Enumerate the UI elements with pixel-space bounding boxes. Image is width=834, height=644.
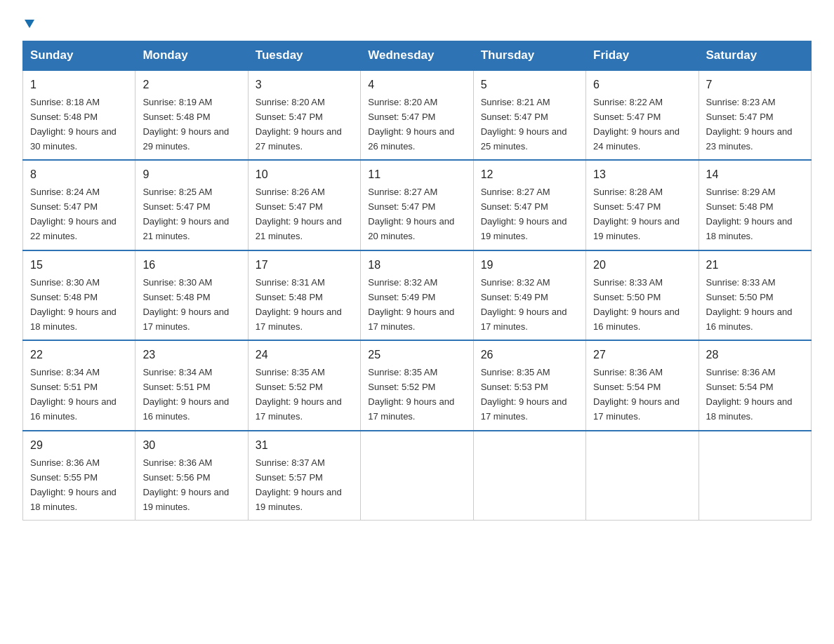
day-number: 12	[481, 166, 578, 184]
day-info: Sunrise: 8:36 AMSunset: 5:54 PMDaylight:…	[706, 367, 793, 422]
day-number: 2	[143, 76, 240, 94]
day-number: 16	[143, 257, 240, 274]
day-info: Sunrise: 8:34 AMSunset: 5:51 PMDaylight:…	[30, 367, 117, 422]
day-number: 18	[368, 257, 465, 274]
day-number: 5	[481, 76, 578, 94]
calendar-day-cell: 18 Sunrise: 8:32 AMSunset: 5:49 PMDaylig…	[361, 250, 473, 340]
calendar-day-cell: 13 Sunrise: 8:28 AMSunset: 5:47 PMDaylig…	[586, 160, 699, 250]
day-number: 19	[481, 257, 578, 274]
calendar-day-cell	[699, 431, 811, 521]
day-info: Sunrise: 8:18 AMSunset: 5:48 PMDaylight:…	[30, 97, 117, 152]
day-number: 22	[30, 347, 128, 364]
calendar-day-cell: 21 Sunrise: 8:33 AMSunset: 5:50 PMDaylig…	[699, 250, 811, 340]
calendar-day-cell: 11 Sunrise: 8:27 AMSunset: 5:47 PMDaylig…	[361, 160, 473, 250]
day-info: Sunrise: 8:35 AMSunset: 5:52 PMDaylight:…	[256, 367, 342, 422]
calendar-day-cell	[473, 431, 585, 521]
day-number: 13	[593, 166, 691, 184]
day-info: Sunrise: 8:30 AMSunset: 5:48 PMDaylight:…	[30, 277, 117, 332]
calendar-day-cell: 2 Sunrise: 8:19 AMSunset: 5:48 PMDayligh…	[135, 70, 248, 160]
day-info: Sunrise: 8:27 AMSunset: 5:47 PMDaylight:…	[368, 187, 454, 241]
day-info: Sunrise: 8:28 AMSunset: 5:47 PMDaylight:…	[593, 187, 680, 241]
day-number: 10	[256, 166, 353, 184]
calendar-day-cell: 10 Sunrise: 8:26 AMSunset: 5:47 PMDaylig…	[248, 160, 360, 250]
day-info: Sunrise: 8:37 AMSunset: 5:57 PMDaylight:…	[256, 457, 342, 512]
day-info: Sunrise: 8:31 AMSunset: 5:48 PMDaylight:…	[256, 277, 342, 332]
day-number: 31	[256, 437, 353, 455]
day-number: 15	[30, 257, 128, 274]
calendar-day-cell: 19 Sunrise: 8:32 AMSunset: 5:49 PMDaylig…	[473, 250, 585, 340]
day-info: Sunrise: 8:24 AMSunset: 5:47 PMDaylight:…	[30, 187, 117, 241]
calendar-day-cell: 3 Sunrise: 8:20 AMSunset: 5:47 PMDayligh…	[248, 70, 360, 160]
svg-marker-0	[25, 20, 34, 28]
calendar-day-cell	[586, 431, 699, 521]
day-number: 29	[30, 437, 128, 455]
calendar-day-cell: 5 Sunrise: 8:21 AMSunset: 5:47 PMDayligh…	[473, 70, 585, 160]
calendar-day-cell: 20 Sunrise: 8:33 AMSunset: 5:50 PMDaylig…	[586, 250, 699, 340]
day-number: 1	[30, 76, 128, 94]
day-number: 14	[706, 166, 804, 184]
day-info: Sunrise: 8:29 AMSunset: 5:48 PMDaylight:…	[706, 187, 793, 241]
calendar-week-row: 15 Sunrise: 8:30 AMSunset: 5:48 PMDaylig…	[23, 250, 812, 340]
calendar-day-cell	[361, 431, 473, 521]
calendar-day-cell: 31 Sunrise: 8:37 AMSunset: 5:57 PMDaylig…	[248, 431, 360, 521]
day-number: 26	[481, 347, 578, 364]
day-info: Sunrise: 8:23 AMSunset: 5:47 PMDaylight:…	[706, 97, 793, 152]
calendar-day-cell: 28 Sunrise: 8:36 AMSunset: 5:54 PMDaylig…	[699, 340, 811, 430]
day-number: 23	[143, 347, 240, 364]
calendar-day-cell: 29 Sunrise: 8:36 AMSunset: 5:55 PMDaylig…	[23, 431, 135, 521]
day-info: Sunrise: 8:20 AMSunset: 5:47 PMDaylight:…	[368, 97, 454, 152]
calendar-day-cell: 12 Sunrise: 8:27 AMSunset: 5:47 PMDaylig…	[473, 160, 585, 250]
day-number: 25	[368, 347, 465, 364]
day-info: Sunrise: 8:36 AMSunset: 5:56 PMDaylight:…	[143, 457, 229, 512]
day-number: 9	[143, 166, 240, 184]
day-number: 21	[706, 257, 804, 274]
day-number: 11	[368, 166, 465, 184]
weekday-header-tuesday: Tuesday	[248, 41, 360, 71]
day-number: 20	[593, 257, 691, 274]
calendar-day-cell: 22 Sunrise: 8:34 AMSunset: 5:51 PMDaylig…	[23, 340, 135, 430]
weekday-header-sunday: Sunday	[23, 41, 135, 71]
day-info: Sunrise: 8:26 AMSunset: 5:47 PMDaylight:…	[256, 187, 342, 241]
day-number: 8	[30, 166, 128, 184]
calendar-day-cell: 30 Sunrise: 8:36 AMSunset: 5:56 PMDaylig…	[135, 431, 248, 521]
day-info: Sunrise: 8:36 AMSunset: 5:55 PMDaylight:…	[30, 457, 117, 512]
calendar-day-cell: 16 Sunrise: 8:30 AMSunset: 5:48 PMDaylig…	[135, 250, 248, 340]
calendar-week-row: 1 Sunrise: 8:18 AMSunset: 5:48 PMDayligh…	[23, 70, 812, 160]
logo	[22, 17, 36, 29]
weekday-header-wednesday: Wednesday	[361, 41, 473, 71]
day-info: Sunrise: 8:33 AMSunset: 5:50 PMDaylight:…	[593, 277, 680, 332]
day-info: Sunrise: 8:21 AMSunset: 5:47 PMDaylight:…	[481, 97, 567, 152]
day-number: 27	[593, 347, 691, 364]
calendar-day-cell: 26 Sunrise: 8:35 AMSunset: 5:53 PMDaylig…	[473, 340, 585, 430]
calendar-week-row: 22 Sunrise: 8:34 AMSunset: 5:51 PMDaylig…	[23, 340, 812, 430]
day-info: Sunrise: 8:33 AMSunset: 5:50 PMDaylight:…	[706, 277, 793, 332]
day-info: Sunrise: 8:34 AMSunset: 5:51 PMDaylight:…	[143, 367, 229, 422]
day-number: 6	[593, 76, 691, 94]
calendar-day-cell: 6 Sunrise: 8:22 AMSunset: 5:47 PMDayligh…	[586, 70, 699, 160]
day-info: Sunrise: 8:25 AMSunset: 5:47 PMDaylight:…	[143, 187, 229, 241]
calendar-day-cell: 17 Sunrise: 8:31 AMSunset: 5:48 PMDaylig…	[248, 250, 360, 340]
day-number: 3	[256, 76, 353, 94]
day-number: 24	[256, 347, 353, 364]
calendar-day-cell: 8 Sunrise: 8:24 AMSunset: 5:47 PMDayligh…	[23, 160, 135, 250]
page-header	[22, 17, 812, 29]
day-number: 28	[706, 347, 804, 364]
day-info: Sunrise: 8:36 AMSunset: 5:54 PMDaylight:…	[593, 367, 680, 422]
calendar-day-cell: 1 Sunrise: 8:18 AMSunset: 5:48 PMDayligh…	[23, 70, 135, 160]
day-number: 7	[706, 76, 804, 94]
logo-triangle-icon	[23, 17, 36, 29]
weekday-header-row: SundayMondayTuesdayWednesdayThursdayFrid…	[23, 41, 812, 71]
day-info: Sunrise: 8:27 AMSunset: 5:47 PMDaylight:…	[481, 187, 567, 241]
calendar-day-cell: 14 Sunrise: 8:29 AMSunset: 5:48 PMDaylig…	[699, 160, 811, 250]
day-number: 4	[368, 76, 465, 94]
day-number: 17	[256, 257, 353, 274]
weekday-header-friday: Friday	[586, 41, 699, 71]
calendar-week-row: 8 Sunrise: 8:24 AMSunset: 5:47 PMDayligh…	[23, 160, 812, 250]
day-info: Sunrise: 8:32 AMSunset: 5:49 PMDaylight:…	[368, 277, 454, 332]
calendar-day-cell: 15 Sunrise: 8:30 AMSunset: 5:48 PMDaylig…	[23, 250, 135, 340]
calendar-day-cell: 23 Sunrise: 8:34 AMSunset: 5:51 PMDaylig…	[135, 340, 248, 430]
day-number: 30	[143, 437, 240, 455]
calendar-day-cell: 24 Sunrise: 8:35 AMSunset: 5:52 PMDaylig…	[248, 340, 360, 430]
day-info: Sunrise: 8:20 AMSunset: 5:47 PMDaylight:…	[256, 97, 342, 152]
weekday-header-saturday: Saturday	[699, 41, 811, 71]
